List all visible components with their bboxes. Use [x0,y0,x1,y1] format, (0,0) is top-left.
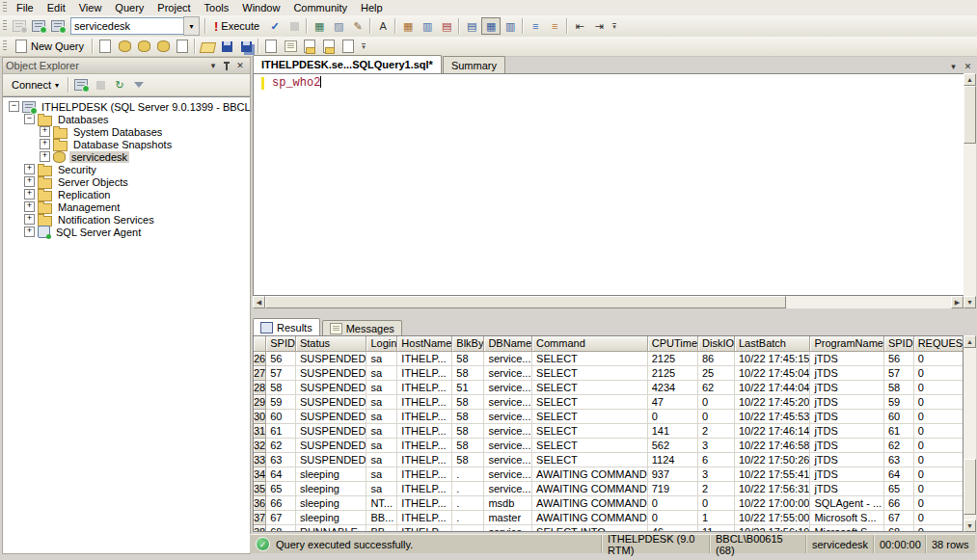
cell-requestid[interactable]: 0 [913,481,963,495]
cell-lastbatch[interactable]: 10/22 17:46:58 [735,438,810,452]
query-editor[interactable]: sp_who2 [253,73,963,296]
column-header-diskio[interactable]: DiskIO [698,336,735,351]
cell-dbname[interactable]: service... [484,438,532,452]
collapse-icon[interactable]: − [24,114,35,124]
cell-diskio[interactable]: 6 [698,452,735,467]
cell-login[interactable]: sa [366,452,397,467]
cell-cputime[interactable]: 937 [647,467,697,481]
cell-requestid[interactable]: 0 [913,495,963,510]
close-icon[interactable]: ✕ [233,60,247,72]
cell-command[interactable]: SELECT [532,394,648,409]
include-client-statistics-icon[interactable]: ▥ [418,17,437,35]
cell-status[interactable]: RUNNABLE [295,524,366,532]
expand-icon[interactable]: + [24,214,35,225]
cell-command[interactable]: SELECT INTO [532,524,648,532]
scrollbar-thumb[interactable] [963,459,976,515]
design-query-icon[interactable]: ✎ [348,17,367,35]
cell-requestid[interactable]: 0 [913,438,963,452]
cell-diskio[interactable]: 3 [698,438,735,452]
row-header[interactable]: 28 [254,380,266,394]
menu-help[interactable]: Help [354,1,390,14]
expand-icon[interactable]: + [40,139,50,149]
cell-blkby[interactable]: 58 [452,409,484,423]
cell-status[interactable]: SUSPENDED [295,452,366,467]
results-to-grid-icon[interactable]: ▦ [481,17,501,35]
expand-icon[interactable]: + [40,126,50,137]
cell-diskio[interactable]: 86 [698,351,735,365]
connect-button[interactable]: Connect ▾ [5,76,66,93]
cell-spid[interactable]: 56 [883,351,913,365]
row-header[interactable]: 38 [254,524,266,532]
scroll-up-icon[interactable]: ▲ [963,335,976,348]
cell-programname[interactable]: jTDS [810,394,884,409]
cell-spid[interactable]: 61 [883,423,913,438]
expand-icon[interactable]: + [24,189,35,200]
cell-blkby[interactable]: . [452,467,484,481]
cell-lastbatch[interactable]: 10/22 17:50:26 [735,452,810,467]
pin-icon[interactable] [220,60,233,72]
cell-diskio[interactable]: 0 [698,394,735,409]
cell-diskio[interactable]: 2 [698,481,735,495]
row-header[interactable]: 30 [254,409,266,423]
tree-item-replication[interactable]: +Replication [3,188,250,200]
cell-spid[interactable]: 60 [883,409,913,423]
tree-item-system-databases[interactable]: +System Databases [3,125,250,138]
analyze-in-dta-icon[interactable]: ▨ [329,17,348,35]
expand-icon[interactable]: + [24,201,35,212]
tab-summary[interactable]: Summary [443,56,505,73]
cell-cputime[interactable]: 562 [647,438,697,452]
cell-hostname[interactable]: ITHELP... [397,351,452,365]
cell-command[interactable]: SELECT [532,423,648,438]
expand-icon[interactable]: + [24,164,35,174]
cell-spid[interactable]: 63 [883,452,913,467]
cell-status[interactable]: SUSPENDED [295,365,366,380]
column-header-requestid[interactable]: REQUESTID [913,336,963,351]
cell-programname[interactable]: jTDS [810,438,884,452]
pane-splitter[interactable] [253,308,975,318]
save-icon[interactable] [217,38,236,55]
cell-spid[interactable]: 58 [266,380,296,394]
tree-item-notification-services[interactable]: +Notification Services [3,213,250,226]
cell-programname[interactable]: jTDS [810,365,884,380]
cell-blkby[interactable]: . [452,524,484,532]
display-estimated-plan-icon[interactable]: ▦ [310,17,329,35]
cell-lastbatch[interactable]: 10/22 17:55:41 [735,467,810,481]
open-file-icon[interactable] [198,38,217,55]
cell-login[interactable]: sa [366,467,397,481]
cell-spid[interactable]: 63 [266,452,296,467]
row-header[interactable]: 36 [254,495,266,510]
editor-vertical-scrollbar[interactable]: ▲ ▼ [963,73,976,308]
scroll-down-icon[interactable]: ▼ [963,296,976,308]
cell-hostname[interactable]: ITHELP... [397,365,452,380]
new-query-button[interactable]: New Query [10,39,90,54]
cell-login[interactable]: sa [366,438,397,452]
cell-blkby[interactable]: 58 [452,452,484,467]
cell-requestid[interactable]: 0 [913,423,963,438]
column-header-spid[interactable]: SPID [883,336,913,351]
scrollbar-thumb[interactable] [265,296,786,308]
cell-dbname[interactable]: service... [484,481,532,495]
cell-diskio[interactable]: 1 [698,510,735,524]
expand-icon[interactable]: + [24,227,35,237]
tree-item-ithelpdesk-sql-server-9-0-1399-bbcl-b00615[interactable]: −ITHELPDESK (SQL Server 9.0.1399 - BBCL\… [3,100,250,113]
cell-cputime[interactable]: 2125 [647,351,697,365]
execute-button[interactable]: ! Execute [209,18,264,35]
cell-dbname[interactable]: service... [484,524,532,532]
cell-requestid[interactable]: 0 [913,351,963,365]
cell-status[interactable]: sleeping [295,495,366,510]
cell-hostname[interactable]: ITHELP... [397,423,452,438]
column-header-hostname[interactable]: HostName [397,336,452,351]
cell-spid[interactable]: 65 [883,481,913,495]
grid-vertical-scrollbar[interactable]: ▲ ▼ [963,335,976,532]
decrease-indent-icon[interactable]: ⇤ [570,17,589,35]
toolbar-overflow-icon[interactable]: ▾ [610,23,619,29]
cell-cputime[interactable]: 719 [647,481,697,495]
cell-blkby[interactable]: . [452,495,484,510]
cell-status[interactable]: SUSPENDED [295,380,366,394]
cell-lastbatch[interactable]: 10/22 17:45:53 [735,409,810,423]
row-header[interactable]: 31 [254,423,266,438]
scrollbar-thumb[interactable] [963,86,976,144]
cell-programname[interactable]: jTDS [810,481,884,495]
cell-spid[interactable]: 67 [266,510,296,524]
cell-hostname[interactable]: ITHELP... [397,510,452,524]
